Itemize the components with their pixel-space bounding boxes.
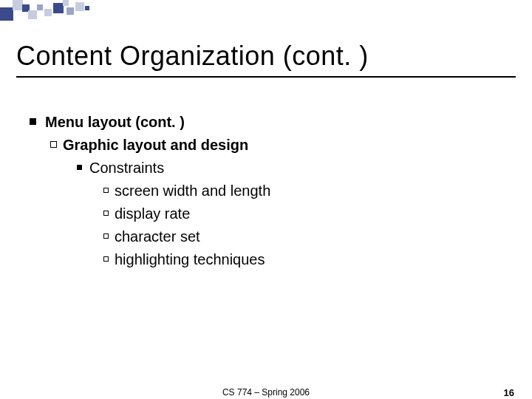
title-underline [16, 76, 516, 78]
bullet-l1-text: Menu layout (cont. ) [45, 111, 185, 134]
bullet-l2-text: Graphic layout and design [63, 134, 248, 157]
square-hollow-icon [103, 233, 109, 239]
bullet-l4c-text: character set [115, 225, 200, 248]
square-hollow-icon [103, 256, 109, 262]
square-filled-icon [77, 165, 82, 170]
square-hollow-icon [103, 188, 109, 193]
footer-text: CS 774 – Spring 2006 [222, 387, 310, 398]
square-filled-icon [30, 118, 36, 125]
square-hollow-icon [103, 211, 109, 216]
bullet-l4a-text: screen width and length [115, 180, 270, 202]
slide-decoration [0, 0, 532, 30]
square-hollow-icon [50, 141, 57, 148]
slide-body: Menu layout (cont. ) Graphic layout and … [30, 111, 270, 271]
bullet-l3-text: Constraints [89, 157, 164, 180]
slide-title: Content Organization (cont. ) [16, 41, 369, 72]
bullet-l4d-text: highlighting techniques [115, 248, 265, 271]
bullet-l4b-text: display rate [115, 202, 190, 225]
slide-number: 16 [504, 387, 514, 398]
